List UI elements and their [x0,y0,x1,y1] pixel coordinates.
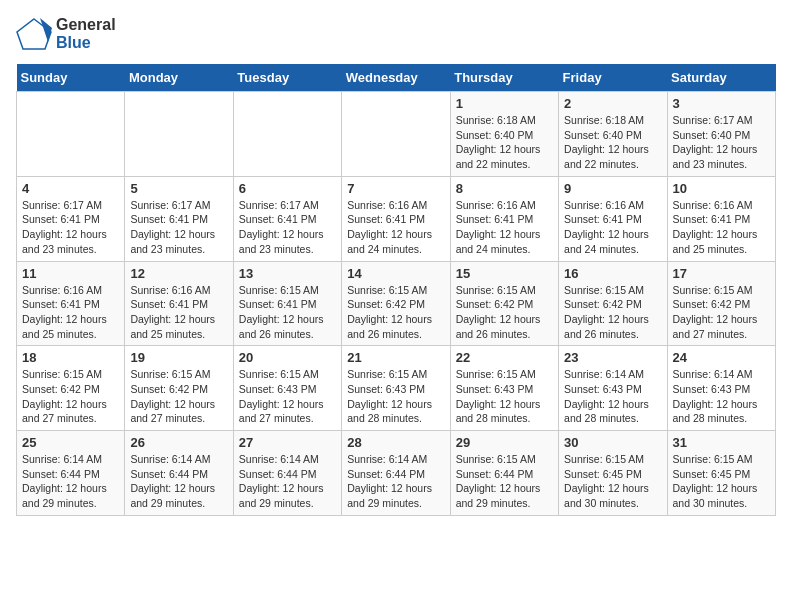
day-number: 9 [564,181,661,196]
day-info: Sunrise: 6:15 AM Sunset: 6:44 PM Dayligh… [456,452,553,511]
calendar-cell [233,92,341,177]
day-info: Sunrise: 6:15 AM Sunset: 6:43 PM Dayligh… [239,367,336,426]
calendar-cell: 1Sunrise: 6:18 AM Sunset: 6:40 PM Daylig… [450,92,558,177]
calendar-cell: 10Sunrise: 6:16 AM Sunset: 6:41 PM Dayli… [667,176,775,261]
calendar-cell: 19Sunrise: 6:15 AM Sunset: 6:42 PM Dayli… [125,346,233,431]
day-number: 27 [239,435,336,450]
day-of-week-header: Saturday [667,64,775,92]
day-number: 14 [347,266,444,281]
calendar-cell [17,92,125,177]
calendar-cell [125,92,233,177]
calendar-cell [342,92,450,177]
day-number: 23 [564,350,661,365]
day-info: Sunrise: 6:15 AM Sunset: 6:45 PM Dayligh… [673,452,770,511]
day-info: Sunrise: 6:14 AM Sunset: 6:44 PM Dayligh… [347,452,444,511]
day-number: 7 [347,181,444,196]
calendar-cell: 12Sunrise: 6:16 AM Sunset: 6:41 PM Dayli… [125,261,233,346]
calendar-week-row: 4Sunrise: 6:17 AM Sunset: 6:41 PM Daylig… [17,176,776,261]
day-number: 31 [673,435,770,450]
day-of-week-header: Tuesday [233,64,341,92]
day-number: 4 [22,181,119,196]
day-info: Sunrise: 6:15 AM Sunset: 6:42 PM Dayligh… [347,283,444,342]
calendar-cell: 30Sunrise: 6:15 AM Sunset: 6:45 PM Dayli… [559,431,667,516]
calendar-week-row: 11Sunrise: 6:16 AM Sunset: 6:41 PM Dayli… [17,261,776,346]
calendar-table: SundayMondayTuesdayWednesdayThursdayFrid… [16,64,776,516]
calendar-week-row: 25Sunrise: 6:14 AM Sunset: 6:44 PM Dayli… [17,431,776,516]
day-info: Sunrise: 6:14 AM Sunset: 6:44 PM Dayligh… [239,452,336,511]
day-number: 10 [673,181,770,196]
day-number: 28 [347,435,444,450]
day-number: 15 [456,266,553,281]
day-number: 26 [130,435,227,450]
day-number: 19 [130,350,227,365]
header: General Blue [16,16,776,52]
day-info: Sunrise: 6:15 AM Sunset: 6:41 PM Dayligh… [239,283,336,342]
day-of-week-header: Monday [125,64,233,92]
day-info: Sunrise: 6:14 AM Sunset: 6:44 PM Dayligh… [22,452,119,511]
day-number: 1 [456,96,553,111]
logo-text: General Blue [56,16,116,52]
day-number: 18 [22,350,119,365]
calendar-cell: 20Sunrise: 6:15 AM Sunset: 6:43 PM Dayli… [233,346,341,431]
day-number: 30 [564,435,661,450]
day-number: 21 [347,350,444,365]
day-info: Sunrise: 6:16 AM Sunset: 6:41 PM Dayligh… [22,283,119,342]
day-number: 24 [673,350,770,365]
day-number: 17 [673,266,770,281]
day-number: 16 [564,266,661,281]
day-info: Sunrise: 6:15 AM Sunset: 6:42 PM Dayligh… [130,367,227,426]
logo-icon [16,18,52,50]
day-number: 6 [239,181,336,196]
calendar-cell: 3Sunrise: 6:17 AM Sunset: 6:40 PM Daylig… [667,92,775,177]
calendar-cell: 4Sunrise: 6:17 AM Sunset: 6:41 PM Daylig… [17,176,125,261]
calendar-cell: 17Sunrise: 6:15 AM Sunset: 6:42 PM Dayli… [667,261,775,346]
day-info: Sunrise: 6:15 AM Sunset: 6:42 PM Dayligh… [22,367,119,426]
logo-container: General Blue [16,16,116,52]
day-info: Sunrise: 6:17 AM Sunset: 6:40 PM Dayligh… [673,113,770,172]
day-info: Sunrise: 6:16 AM Sunset: 6:41 PM Dayligh… [130,283,227,342]
calendar-cell: 6Sunrise: 6:17 AM Sunset: 6:41 PM Daylig… [233,176,341,261]
svg-marker-1 [40,18,52,42]
day-number: 11 [22,266,119,281]
calendar-cell: 9Sunrise: 6:16 AM Sunset: 6:41 PM Daylig… [559,176,667,261]
day-info: Sunrise: 6:15 AM Sunset: 6:43 PM Dayligh… [347,367,444,426]
calendar-cell: 2Sunrise: 6:18 AM Sunset: 6:40 PM Daylig… [559,92,667,177]
calendar-cell: 22Sunrise: 6:15 AM Sunset: 6:43 PM Dayli… [450,346,558,431]
day-number: 13 [239,266,336,281]
day-info: Sunrise: 6:15 AM Sunset: 6:43 PM Dayligh… [456,367,553,426]
day-number: 3 [673,96,770,111]
calendar-cell: 29Sunrise: 6:15 AM Sunset: 6:44 PM Dayli… [450,431,558,516]
calendar-cell: 24Sunrise: 6:14 AM Sunset: 6:43 PM Dayli… [667,346,775,431]
day-info: Sunrise: 6:14 AM Sunset: 6:43 PM Dayligh… [564,367,661,426]
day-info: Sunrise: 6:16 AM Sunset: 6:41 PM Dayligh… [456,198,553,257]
calendar-cell: 13Sunrise: 6:15 AM Sunset: 6:41 PM Dayli… [233,261,341,346]
day-info: Sunrise: 6:16 AM Sunset: 6:41 PM Dayligh… [347,198,444,257]
calendar-cell: 26Sunrise: 6:14 AM Sunset: 6:44 PM Dayli… [125,431,233,516]
calendar-cell: 27Sunrise: 6:14 AM Sunset: 6:44 PM Dayli… [233,431,341,516]
logo-blue: Blue [56,34,91,51]
day-info: Sunrise: 6:18 AM Sunset: 6:40 PM Dayligh… [456,113,553,172]
day-number: 5 [130,181,227,196]
day-info: Sunrise: 6:15 AM Sunset: 6:42 PM Dayligh… [673,283,770,342]
day-number: 25 [22,435,119,450]
day-info: Sunrise: 6:14 AM Sunset: 6:43 PM Dayligh… [673,367,770,426]
calendar-cell: 8Sunrise: 6:16 AM Sunset: 6:41 PM Daylig… [450,176,558,261]
day-info: Sunrise: 6:17 AM Sunset: 6:41 PM Dayligh… [239,198,336,257]
day-info: Sunrise: 6:15 AM Sunset: 6:42 PM Dayligh… [456,283,553,342]
day-number: 20 [239,350,336,365]
day-info: Sunrise: 6:17 AM Sunset: 6:41 PM Dayligh… [130,198,227,257]
calendar-week-row: 1Sunrise: 6:18 AM Sunset: 6:40 PM Daylig… [17,92,776,177]
day-of-week-header: Friday [559,64,667,92]
day-number: 12 [130,266,227,281]
day-of-week-header: Wednesday [342,64,450,92]
day-number: 8 [456,181,553,196]
calendar-cell: 25Sunrise: 6:14 AM Sunset: 6:44 PM Dayli… [17,431,125,516]
day-of-week-header: Thursday [450,64,558,92]
logo: General Blue [16,16,116,52]
calendar-week-row: 18Sunrise: 6:15 AM Sunset: 6:42 PM Dayli… [17,346,776,431]
calendar-cell: 21Sunrise: 6:15 AM Sunset: 6:43 PM Dayli… [342,346,450,431]
day-info: Sunrise: 6:15 AM Sunset: 6:45 PM Dayligh… [564,452,661,511]
day-number: 22 [456,350,553,365]
day-of-week-header: Sunday [17,64,125,92]
day-info: Sunrise: 6:14 AM Sunset: 6:44 PM Dayligh… [130,452,227,511]
